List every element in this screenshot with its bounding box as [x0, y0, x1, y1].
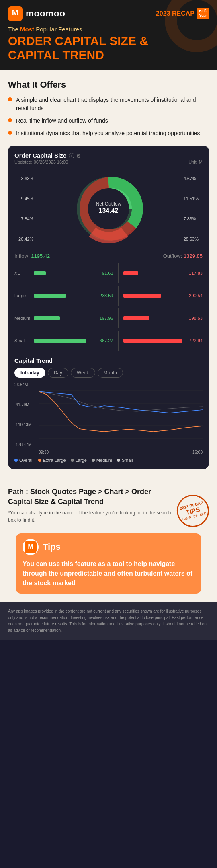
- bar-divider: [118, 331, 119, 351]
- bar-row: Large 238.59 290.54: [14, 286, 203, 306]
- outflow-label: Outflow:: [163, 253, 182, 259]
- legend-dot: [71, 459, 74, 462]
- bar-red-container: [123, 271, 183, 276]
- tab-day[interactable]: Day: [48, 368, 68, 378]
- logo-area: M moomoo: [8, 6, 66, 21]
- legend-dot: [14, 459, 18, 462]
- donut-label-r4: 28.63%: [184, 237, 199, 241]
- bar-inflow-val: 238.59: [95, 293, 113, 298]
- recap-stamp: 2023 RECAP TIPS GUAR-AN-TEED: [173, 491, 213, 531]
- legend-item: Medium: [92, 458, 112, 463]
- list-item: A simple and clear chart that displays t…: [8, 96, 209, 113]
- donut-label-l3: 7.84%: [21, 216, 33, 221]
- bar-red-container: [123, 338, 183, 343]
- bar-label: Medium: [14, 316, 32, 321]
- tips-header: M Tips: [23, 539, 194, 555]
- donut-section: 3.63% 9.45% 7.84% 26.42%: [14, 169, 203, 249]
- unit-text: Unit: M: [188, 160, 203, 165]
- feature-list: A simple and clear chart that displays t…: [8, 96, 209, 138]
- bar-outflow-val: 117.83: [184, 271, 203, 276]
- bar-green-container: [34, 271, 93, 276]
- tips-logo: M: [23, 539, 39, 555]
- bar-divider: [118, 263, 119, 283]
- tips-label: Tips: [43, 542, 61, 552]
- bar-row: Small 667.27 722.94: [14, 331, 203, 351]
- legend-item: Extra Large: [38, 458, 66, 463]
- feature-text-2: Real-time inflow and outflow of funds: [16, 117, 108, 125]
- path-note: *You can also type in the name of the fe…: [8, 509, 173, 524]
- bar-inflow-val: 197.96: [95, 316, 113, 321]
- outflow-value: 1329.85: [184, 253, 203, 259]
- chart-card: Order Capital Size i ⎘ Updated: 06/26/20…: [8, 146, 209, 469]
- chart-meta: Updated: 06/26/2023 16:00 Unit: M: [14, 160, 203, 165]
- legend-item: Large: [71, 458, 87, 463]
- x-label-start: 09:30: [39, 450, 49, 455]
- header: M moomoo 2023 RECAP Half-Year The Most P…: [0, 0, 217, 70]
- tips-wrapper: M Tips You can use this feature as a too…: [0, 533, 217, 602]
- legend-label: Overall: [19, 458, 33, 463]
- chart-card-title: Order Capital Size i ⎘: [14, 152, 203, 159]
- legend-dot: [38, 459, 41, 462]
- bar-green-container: [34, 338, 93, 343]
- main-content: What It Offers A simple and clear chart …: [0, 70, 217, 640]
- line-chart-svg: [39, 383, 203, 447]
- logo-text: moomoo: [26, 8, 66, 19]
- trend-section: Capital Trend Intraday Day Week Month 26…: [14, 357, 203, 463]
- legend-dot: [92, 459, 95, 462]
- feature-text-3: Institutional dynamics that help you ana…: [16, 129, 200, 138]
- bar-green-container: [34, 293, 93, 298]
- donut-label-r2: 11.51%: [184, 196, 199, 201]
- outflow-item: Outflow: 1329.85: [163, 253, 203, 259]
- donut-label-l2: 9.45%: [21, 196, 33, 201]
- tips-section: M Tips You can use this feature as a too…: [16, 533, 201, 594]
- legend-label: Large: [76, 458, 87, 463]
- y-label-1: 26.54M: [14, 383, 39, 387]
- feature-text-1: A simple and clear chart that displays t…: [16, 96, 209, 113]
- bullet-icon: [8, 97, 12, 101]
- bar-inflow-val: 91.61: [95, 271, 113, 276]
- footer-text: Any app images provided in the content a…: [8, 608, 209, 634]
- bar-green-container: [34, 316, 93, 321]
- bar-divider: [118, 286, 119, 306]
- bar-label: Small: [14, 338, 32, 343]
- info-icon[interactable]: i: [69, 153, 74, 158]
- legend-label: Small: [122, 458, 133, 463]
- line-chart-area: 26.54M -41.79M -110.13M -178.47M: [14, 383, 203, 447]
- svg-text:134.42: 134.42: [99, 207, 119, 214]
- y-label-4: -178.47M: [14, 442, 39, 447]
- bar-red-container: [123, 293, 183, 298]
- bar-green: [34, 316, 60, 320]
- content-area: What It Offers A simple and clear chart …: [0, 70, 217, 479]
- tips-logo-icon: M: [25, 541, 37, 553]
- legend-label: Medium: [96, 458, 112, 463]
- tab-month[interactable]: Month: [98, 368, 123, 378]
- path-title: Path : Stock Quotes Page > Chart > Order…: [8, 487, 173, 507]
- tab-intraday[interactable]: Intraday: [14, 368, 45, 378]
- footer-section: Any app images provided in the content a…: [0, 602, 217, 640]
- list-item: Institutional dynamics that help you ana…: [8, 129, 209, 138]
- flow-row: Inflow: 1195.42 Outflow: 1329.85: [14, 253, 203, 259]
- legend-label: Extra Large: [43, 458, 66, 463]
- bar-outflow-val: 290.54: [184, 293, 203, 298]
- bar-inflow-val: 667.27: [95, 338, 113, 343]
- donut-labels-left: 3.63% 9.45% 7.84% 26.42%: [18, 169, 33, 249]
- bar-red-container: [123, 316, 183, 321]
- share-icon[interactable]: ⎘: [77, 153, 80, 158]
- tab-week[interactable]: Week: [71, 368, 95, 378]
- donut-label-r1: 4.67%: [184, 176, 196, 181]
- subtitle-highlight: Most: [20, 26, 34, 33]
- bar-green: [34, 271, 46, 275]
- section-title: What It Offers: [8, 80, 209, 90]
- donut-label-l4: 26.42%: [18, 237, 33, 241]
- bullet-icon: [8, 118, 12, 122]
- svg-text:M: M: [28, 543, 33, 550]
- donut-label-l1: 3.63%: [21, 176, 33, 181]
- legend-item: Overall: [14, 458, 33, 463]
- bar-table: XL 91.61 117.83 Large 238.59 290.54 Medi…: [14, 263, 203, 351]
- inflow-item: Inflow: 1195.42: [14, 253, 50, 259]
- bar-label: XL: [14, 271, 32, 276]
- moomoo-logo-icon: M: [8, 6, 23, 21]
- updated-text: Updated: 06/26/2023 16:00: [14, 160, 68, 165]
- donut-labels-right: 4.67% 11.51% 7.86% 28.63%: [184, 169, 199, 249]
- tab-row: Intraday Day Week Month: [14, 368, 203, 378]
